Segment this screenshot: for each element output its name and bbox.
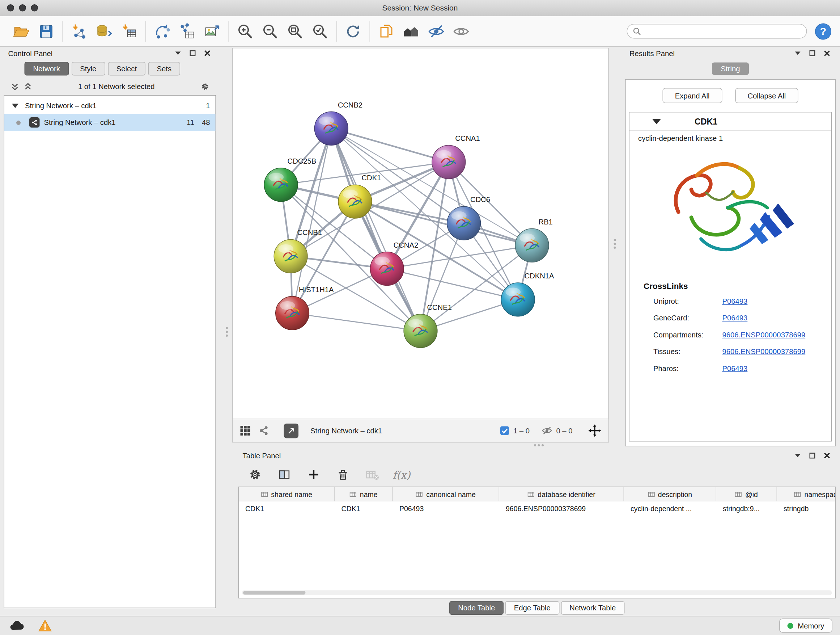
- birdseye-view-icon[interactable]: [240, 424, 251, 437]
- search-input[interactable]: [645, 27, 801, 35]
- network-edge[interactable]: [387, 269, 518, 299]
- results-tab-string[interactable]: String: [712, 63, 749, 75]
- network-edge[interactable]: [332, 128, 421, 331]
- collapse-groups-icon[interactable]: [24, 82, 32, 91]
- refresh-button[interactable]: [341, 19, 366, 43]
- crosslink-link[interactable]: 9606.ENSP00000378699: [722, 331, 832, 339]
- import-network-file-button[interactable]: [67, 19, 92, 43]
- tab-sets[interactable]: Sets: [148, 62, 180, 76]
- zoom-selected-button[interactable]: [308, 19, 333, 43]
- tab-network-table[interactable]: Network Table: [561, 601, 624, 615]
- open-in-new-window-button[interactable]: [284, 423, 299, 438]
- table-cell[interactable]: P06493: [393, 501, 499, 516]
- results-panel-float-button[interactable]: [793, 49, 802, 57]
- create-column-button[interactable]: [305, 466, 323, 484]
- column-header[interactable]: shared name: [239, 487, 335, 501]
- horizontal-scrollbar[interactable]: [242, 591, 832, 595]
- table-cell[interactable]: CDK1: [239, 501, 335, 516]
- crosslink-link[interactable]: P06493: [722, 364, 832, 373]
- expand-groups-icon[interactable]: [11, 82, 19, 91]
- warnings-button[interactable]: [36, 618, 54, 633]
- show-all-button[interactable]: [449, 19, 474, 43]
- export-image-button[interactable]: [200, 19, 225, 43]
- table-panel-close-button[interactable]: [823, 451, 831, 460]
- network-node-cdc6[interactable]: [447, 206, 481, 240]
- column-header[interactable]: @id: [716, 487, 777, 501]
- import-network-database-button[interactable]: [92, 19, 117, 43]
- control-panel-close-button[interactable]: [203, 49, 212, 57]
- delete-column-button[interactable]: [334, 466, 352, 484]
- table-cell[interactable]: stringdb: [777, 501, 836, 516]
- network-collection-row[interactable]: String Network – cdk1 1: [4, 97, 216, 114]
- table-cell[interactable]: stringdb:9...: [716, 501, 777, 516]
- share-network-icon[interactable]: [258, 424, 270, 437]
- zoom-in-button[interactable]: [233, 19, 258, 43]
- network-node-rb1[interactable]: [515, 229, 549, 263]
- network-node-ccne1[interactable]: [404, 314, 437, 348]
- table-settings-button[interactable]: [246, 466, 264, 484]
- left-splitter-handle[interactable]: [224, 325, 230, 339]
- gene-section-header[interactable]: CDK1: [630, 112, 831, 131]
- network-table-button[interactable]: [175, 19, 200, 43]
- network-row[interactable]: String Network – cdk1 11 48: [4, 114, 216, 131]
- results-panel-maximize-button[interactable]: [808, 49, 817, 57]
- collapse-all-button[interactable]: Collapse All: [735, 88, 798, 103]
- network-canvas[interactable]: CCNB2CCNA1CDC25BCDK1CDC6RB1CCNB1CCNA2CDK…: [233, 49, 608, 419]
- column-header[interactable]: namespace: [777, 487, 836, 501]
- memory-button[interactable]: Memory: [779, 619, 832, 633]
- gear-icon[interactable]: [201, 82, 210, 91]
- tab-network[interactable]: Network: [25, 62, 69, 76]
- documents-button[interactable]: [374, 19, 399, 43]
- column-header[interactable]: description: [624, 487, 716, 501]
- help-button[interactable]: ?: [815, 23, 831, 40]
- column-header[interactable]: canonical name: [393, 487, 499, 501]
- show-columns-button[interactable]: [275, 466, 294, 484]
- crosslink-link[interactable]: P06493: [722, 297, 832, 306]
- network-node-cdk1[interactable]: [338, 185, 372, 218]
- results-panel-close-button[interactable]: [823, 49, 831, 57]
- column-header[interactable]: database identifier: [499, 487, 624, 501]
- tab-select[interactable]: Select: [108, 62, 145, 76]
- selected-checkbox-icon[interactable]: [500, 426, 509, 435]
- cloud-button[interactable]: [8, 619, 26, 633]
- table-cell[interactable]: cyclin-dependent ...: [624, 501, 716, 516]
- pan-crosshair-icon[interactable]: [588, 424, 602, 438]
- hidden-eye-slash-icon[interactable]: [542, 426, 553, 435]
- network-node-cdc25b[interactable]: [264, 168, 298, 202]
- table-cell[interactable]: 9606.ENSP00000378699: [499, 501, 624, 516]
- open-session-button[interactable]: [9, 19, 34, 43]
- table-cell[interactable]: CDK1: [335, 501, 393, 516]
- column-header[interactable]: name: [335, 487, 393, 501]
- zoom-out-button[interactable]: [258, 19, 283, 43]
- network-node-ccnb2[interactable]: [314, 111, 348, 145]
- crosslink-link[interactable]: 9606.ENSP00000378699: [722, 348, 832, 356]
- network-node-ccna2[interactable]: [370, 252, 404, 286]
- crosslink-link[interactable]: P06493: [722, 314, 832, 322]
- expand-all-button[interactable]: Expand All: [662, 88, 722, 103]
- right-splitter-handle[interactable]: [612, 237, 617, 251]
- scrollbar-thumb[interactable]: [243, 591, 306, 595]
- network-node-cdkn1a[interactable]: [501, 283, 535, 317]
- zoom-fit-button[interactable]: [283, 19, 308, 43]
- table-panel-maximize-button[interactable]: [808, 451, 817, 460]
- new-network-button[interactable]: [150, 19, 175, 43]
- save-session-button[interactable]: [34, 19, 58, 43]
- function-builder-button[interactable]: f(x): [393, 466, 411, 484]
- import-table-file-button[interactable]: [117, 19, 142, 43]
- tree-caret-icon[interactable]: [12, 103, 19, 108]
- tab-style[interactable]: Style: [71, 62, 105, 76]
- network-edge[interactable]: [292, 313, 420, 331]
- bottom-splitter-handle[interactable]: [531, 443, 547, 448]
- table-panel-float-button[interactable]: [793, 451, 802, 460]
- control-panel-float-button[interactable]: [174, 49, 182, 57]
- table-row[interactable]: CDK1CDK1P064939606.ENSP00000378699cyclin…: [239, 501, 835, 516]
- tab-edge-table[interactable]: Edge Table: [505, 601, 559, 615]
- collapse-section-icon[interactable]: [652, 119, 661, 124]
- tab-node-table[interactable]: Node Table: [449, 601, 504, 615]
- neighbors-button[interactable]: [399, 19, 424, 43]
- control-panel-maximize-button[interactable]: [188, 49, 197, 57]
- network-node-ccna1[interactable]: [432, 145, 466, 179]
- network-node-ccnb1[interactable]: [274, 239, 308, 273]
- hide-selected-button[interactable]: [424, 19, 449, 43]
- network-node-hist1h1a[interactable]: [276, 296, 309, 330]
